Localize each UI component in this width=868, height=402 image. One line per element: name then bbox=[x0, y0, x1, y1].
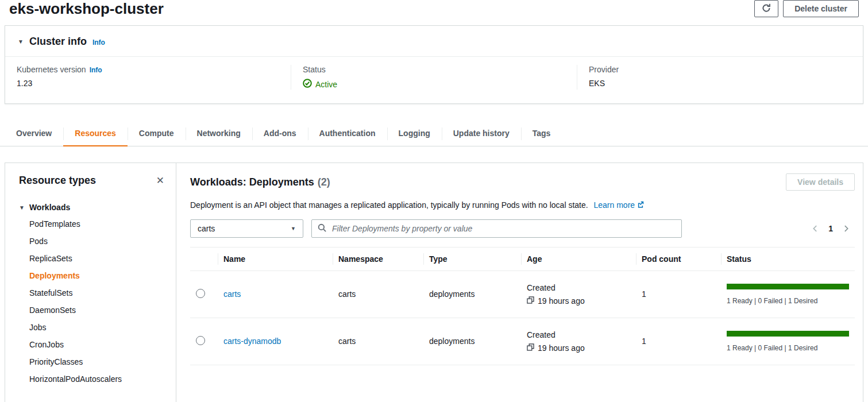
row-radio-button[interactable] bbox=[196, 289, 205, 298]
workloads-group-toggle[interactable]: ▼ Workloads bbox=[19, 203, 164, 212]
namespace-filter-dropdown[interactable]: carts ▼ bbox=[190, 219, 303, 238]
pod-count-cell: 1 bbox=[636, 270, 721, 318]
col-header-status: Status bbox=[721, 247, 855, 270]
status-text: 1 Ready | 0 Failed | 1 Desired bbox=[727, 344, 849, 352]
status-cell: 1 Ready | 0 Failed | 1 Desired bbox=[721, 270, 855, 318]
deployment-name-link[interactable]: carts bbox=[223, 289, 241, 299]
table-header-row: Name Namespace Type Age Pod count Status bbox=[190, 247, 855, 270]
type-cell: deployments bbox=[423, 270, 521, 318]
cluster-info-body: Kubernetes versionInfo 1.23 Status Activ… bbox=[5, 57, 863, 103]
check-circle-icon bbox=[303, 79, 312, 90]
view-details-button[interactable]: View details bbox=[786, 173, 855, 191]
cluster-info-title: Cluster info bbox=[29, 36, 87, 48]
tab-networking[interactable]: Networking bbox=[186, 121, 252, 146]
learn-more-text: Learn more bbox=[594, 200, 635, 211]
delete-cluster-button[interactable]: Delete cluster bbox=[783, 0, 859, 17]
collapse-caret-icon[interactable]: ▼ bbox=[18, 38, 24, 45]
selection-cell bbox=[190, 318, 218, 365]
sidebar-item-pods[interactable]: Pods bbox=[29, 233, 164, 250]
workloads-items: PodTemplates Pods ReplicaSets Deployment… bbox=[19, 215, 164, 388]
learn-more-link[interactable]: Learn more bbox=[594, 200, 645, 211]
kubernetes-version-label: Kubernetes version bbox=[17, 65, 86, 74]
deployments-table: Name Namespace Type Age Pod count Status… bbox=[190, 247, 855, 365]
row-radio-button[interactable] bbox=[196, 336, 205, 345]
provider-field: Provider EKS bbox=[577, 65, 863, 90]
tab-compute[interactable]: Compute bbox=[128, 121, 186, 146]
filter-input[interactable] bbox=[331, 223, 676, 234]
status-bar bbox=[727, 284, 849, 289]
deployments-title-text: Workloads: Deployments bbox=[190, 176, 314, 188]
provider-label: Provider bbox=[589, 65, 851, 74]
refresh-icon bbox=[762, 3, 771, 14]
deployments-header: Workloads: Deployments(2) View details bbox=[190, 173, 855, 191]
sidebar-item-priorityclasses[interactable]: PriorityClasses bbox=[29, 353, 164, 370]
col-header-namespace: Namespace bbox=[333, 247, 423, 270]
cluster-info-header: ▼ Cluster info Info bbox=[5, 26, 863, 57]
name-cell: carts-dynamodb bbox=[218, 318, 333, 365]
sidebar-item-daemonsets[interactable]: DaemonSets bbox=[29, 302, 164, 319]
filter-row: carts ▼ 1 bbox=[190, 219, 855, 238]
next-page-button[interactable] bbox=[842, 225, 850, 233]
status-field: Status Active bbox=[291, 65, 577, 90]
age-icon bbox=[527, 343, 534, 353]
close-icon[interactable]: ✕ bbox=[156, 176, 164, 185]
status-active-text: Active bbox=[315, 80, 337, 89]
deployments-count: (2) bbox=[318, 176, 330, 188]
tab-tags[interactable]: Tags bbox=[521, 121, 562, 146]
age-cell: Created 19 hours ago bbox=[521, 270, 636, 318]
type-cell: deployments bbox=[423, 318, 521, 365]
pod-count-cell: 1 bbox=[636, 318, 721, 365]
sidebar-item-statefulsets[interactable]: StatefulSets bbox=[29, 284, 164, 302]
resource-tree: ▼ Workloads PodTemplates Pods ReplicaSet… bbox=[19, 203, 164, 388]
col-header-pod-count: Pod count bbox=[636, 247, 721, 270]
workloads-group-label: Workloads bbox=[29, 203, 70, 212]
status-bar bbox=[727, 331, 849, 337]
previous-page-button[interactable] bbox=[811, 225, 819, 233]
sidebar-item-jobs[interactable]: Jobs bbox=[29, 319, 164, 336]
status-text: 1 Ready | 0 Failed | 1 Desired bbox=[727, 297, 849, 305]
cluster-info-info-link[interactable]: Info bbox=[92, 38, 105, 47]
status-cell: 1 Ready | 0 Failed | 1 Desired bbox=[721, 318, 855, 365]
col-header-age: Age bbox=[521, 247, 636, 270]
kubernetes-version-info-link[interactable]: Info bbox=[90, 66, 102, 74]
deployments-panel: Workloads: Deployments(2) View details D… bbox=[176, 163, 863, 402]
sidebar-item-podtemplates[interactable]: PodTemplates bbox=[29, 215, 164, 233]
deployment-name-link[interactable]: carts-dynamodb bbox=[223, 337, 281, 346]
sidebar-item-deployments[interactable]: Deployments bbox=[29, 267, 164, 284]
tab-addons[interactable]: Add-ons bbox=[252, 121, 308, 146]
sidebar-item-horizontalpodautoscalers[interactable]: HorizontalPodAutoscalers bbox=[29, 370, 164, 388]
age-relative-text: 19 hours ago bbox=[538, 343, 585, 353]
table-row: carts carts deployments Created 19 hours… bbox=[190, 270, 855, 318]
tab-update-history[interactable]: Update history bbox=[442, 121, 521, 146]
page-header: eks-workshop-cluster Delete cluster bbox=[0, 0, 868, 17]
sidebar-item-replicasets[interactable]: ReplicaSets bbox=[29, 250, 164, 267]
current-page[interactable]: 1 bbox=[828, 224, 833, 233]
tab-overview[interactable]: Overview bbox=[5, 121, 63, 146]
cluster-tabs: Overview Resources Compute Networking Ad… bbox=[0, 121, 868, 146]
resources-content: Resource types ✕ ▼ Workloads PodTemplate… bbox=[5, 163, 863, 402]
deployments-title: Workloads: Deployments(2) bbox=[190, 176, 330, 188]
header-actions: Delete cluster bbox=[754, 0, 859, 17]
description-text: Deployment is an API object that manages… bbox=[190, 200, 588, 210]
pagination: 1 bbox=[811, 224, 855, 233]
workloads-caret-icon: ▼ bbox=[19, 204, 25, 211]
selection-cell bbox=[190, 270, 218, 318]
resource-types-title: Resource types bbox=[19, 175, 96, 187]
sidebar-item-cronjobs[interactable]: CronJobs bbox=[29, 336, 164, 353]
age-cell: Created 19 hours ago bbox=[521, 318, 636, 365]
namespace-cell: carts bbox=[333, 270, 423, 318]
tab-authentication[interactable]: Authentication bbox=[308, 121, 387, 146]
age-icon bbox=[527, 296, 534, 306]
tab-logging[interactable]: Logging bbox=[387, 121, 442, 146]
kubernetes-version-value: 1.23 bbox=[17, 79, 279, 88]
status-value: Active bbox=[303, 79, 565, 90]
provider-value: EKS bbox=[589, 79, 851, 88]
refresh-button[interactable] bbox=[754, 0, 778, 17]
tab-resources[interactable]: Resources bbox=[63, 121, 128, 146]
age-relative-text: 19 hours ago bbox=[538, 296, 585, 306]
table-row: carts-dynamodb carts deployments Created… bbox=[190, 318, 855, 365]
age-created-label: Created bbox=[527, 330, 630, 339]
selection-column-header bbox=[190, 247, 218, 270]
cluster-info-panel: ▼ Cluster info Info Kubernetes versionIn… bbox=[5, 25, 863, 104]
page-title: eks-workshop-cluster bbox=[9, 0, 164, 17]
